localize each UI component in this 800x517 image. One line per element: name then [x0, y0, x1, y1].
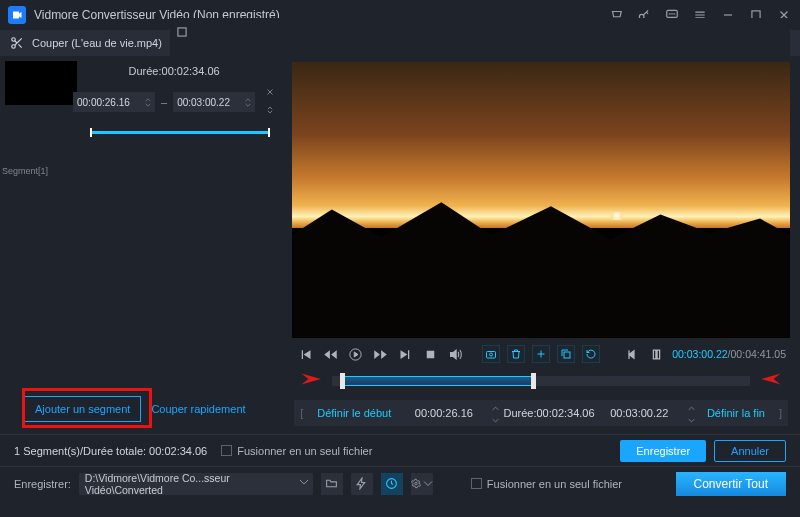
- define-end-time: 00:03:00.22: [599, 407, 680, 419]
- define-end-up[interactable]: [688, 401, 695, 413]
- segment-duration-label: Durée:00:02:34.06: [129, 65, 220, 77]
- quick-cut-button[interactable]: Couper rapidement: [151, 403, 245, 415]
- rewind-icon[interactable]: [321, 345, 339, 363]
- define-start-time: 00:00:26.16: [403, 407, 484, 419]
- volume-icon[interactable]: [446, 345, 464, 363]
- segment-tag: Segment[1]: [2, 166, 48, 176]
- start-step-down[interactable]: [145, 103, 151, 107]
- segments-panel: Durée:00:02:34.06 00:00:26.16 – 00:03:00…: [0, 56, 288, 434]
- define-end-down[interactable]: [688, 413, 695, 425]
- add-icon[interactable]: [532, 345, 550, 363]
- snapshot-icon[interactable]: [482, 345, 500, 363]
- playback-toolbar: 00:03:00.22/00:04:41.05: [292, 338, 790, 366]
- svg-point-9: [12, 45, 16, 49]
- mark-in-icon[interactable]: [622, 345, 640, 363]
- svg-rect-12: [426, 350, 434, 358]
- cut-panel-header: Couper (L'eau de vie.mp4): [0, 30, 800, 56]
- segment-start-time-input[interactable]: 00:00:26.16: [73, 92, 155, 112]
- timeline-track[interactable]: [294, 370, 788, 392]
- annotation-arrow-right: [754, 368, 782, 392]
- panel-maximize-icon[interactable]: [174, 24, 190, 40]
- timeline-selection[interactable]: [340, 376, 532, 386]
- start-step-up[interactable]: [145, 98, 151, 102]
- define-duration: Durée:00:02:34.06: [503, 407, 594, 419]
- merge-one-checkbox-bottom[interactable]: Fusionner en un seul fichier: [471, 478, 622, 490]
- output-path-input[interactable]: D:\Vidmore\Vidmore Co...sseur Vidéo\Conv…: [79, 473, 313, 495]
- video-preview[interactable]: [292, 62, 790, 338]
- total-time: 00:04:41.05: [731, 348, 786, 360]
- svg-point-6: [674, 14, 675, 15]
- app-logo: [8, 6, 26, 24]
- define-start-button[interactable]: Définir le début: [309, 407, 399, 419]
- output-path-value: D:\Vidmore\Vidmore Co...sseur Vidéo\Conv…: [85, 472, 307, 496]
- settings-icon[interactable]: [411, 473, 433, 495]
- define-start-up[interactable]: [492, 401, 499, 413]
- end-step-down[interactable]: [245, 103, 251, 107]
- segment-end-time-input[interactable]: 00:03:00.22: [173, 92, 255, 112]
- define-end-button[interactable]: Définir la fin: [699, 407, 773, 419]
- next-frame-icon[interactable]: [396, 345, 414, 363]
- copy-icon[interactable]: [557, 345, 575, 363]
- segment-start-value: 00:00:26.16: [77, 97, 130, 108]
- mark-out-icon[interactable]: [647, 345, 665, 363]
- save-label: Enregistrer:: [14, 478, 71, 490]
- segments-summary: 1 Segment(s)/Durée totale: 00:02:34.06: [14, 445, 207, 457]
- svg-point-14: [490, 353, 493, 356]
- timeline-handle-start[interactable]: [340, 373, 345, 389]
- cut-panel-title: Couper (L'eau de vie.mp4): [32, 37, 162, 49]
- current-time: 00:03:00.22: [672, 348, 727, 360]
- save-button[interactable]: Enregistrer: [620, 440, 706, 462]
- sun-graphic: [611, 212, 623, 220]
- swap-times-icon[interactable]: [265, 105, 275, 117]
- play-icon[interactable]: [346, 345, 364, 363]
- path-dropdown-icon[interactable]: [299, 477, 309, 489]
- delete-icon[interactable]: [507, 345, 525, 363]
- svg-rect-10: [178, 28, 186, 36]
- forward-icon[interactable]: [371, 345, 389, 363]
- svg-point-17: [415, 482, 418, 485]
- open-folder-icon[interactable]: [321, 473, 343, 495]
- high-speed-icon[interactable]: [381, 473, 403, 495]
- end-step-up[interactable]: [245, 98, 251, 102]
- define-start-down[interactable]: [492, 413, 499, 425]
- remove-segment-icon[interactable]: [265, 87, 275, 99]
- status-bar: 1 Segment(s)/Durée totale: 00:02:34.06 F…: [0, 434, 800, 466]
- segment-progress-bar[interactable]: [90, 131, 270, 134]
- cancel-button[interactable]: Annuler: [714, 440, 786, 462]
- playback-time: 00:03:00.22/00:04:41.05: [672, 348, 786, 360]
- segment-end-value: 00:03:00.22: [177, 97, 230, 108]
- define-row: [ Définir le début 00:00:26.16 Durée:00:…: [294, 400, 788, 426]
- undo-icon[interactable]: [582, 345, 600, 363]
- svg-point-8: [12, 38, 16, 42]
- merge-one-checkbox-top[interactable]: Fusionner en un seul fichier: [221, 445, 372, 457]
- annotation-arrow-left: [300, 368, 328, 392]
- scissors-icon: [10, 36, 24, 50]
- prev-frame-icon[interactable]: [296, 345, 314, 363]
- svg-rect-13: [487, 352, 496, 359]
- add-segment-button[interactable]: Ajouter un segment: [24, 396, 141, 422]
- stop-icon[interactable]: [421, 345, 439, 363]
- bottom-bar: Enregistrer: D:\Vidmore\Vidmore Co...sse…: [0, 466, 800, 500]
- convert-all-button[interactable]: Convertir Tout: [676, 472, 786, 496]
- svg-rect-15: [564, 352, 570, 358]
- timeline-handle-end[interactable]: [531, 373, 536, 389]
- svg-point-4: [669, 14, 670, 15]
- svg-point-5: [672, 14, 673, 15]
- hardware-accel-icon[interactable]: [351, 473, 373, 495]
